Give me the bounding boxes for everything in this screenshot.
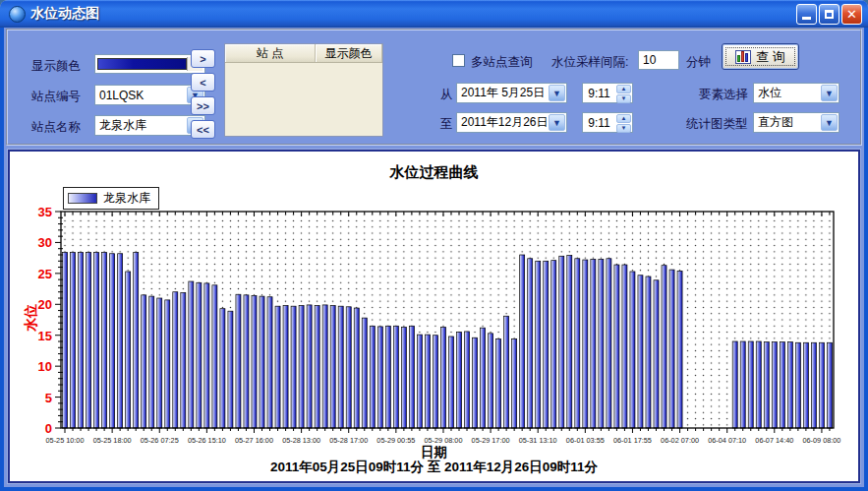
svg-text:5: 5 [45,391,52,405]
remove-all-stations-button[interactable]: << [191,120,215,139]
maximize-icon [825,10,834,19]
to-time-spinner[interactable]: 9:11 ▲▼ [582,112,633,133]
window-title: 水位动态图 [30,5,99,23]
add-all-stations-button[interactable]: >> [191,96,215,115]
from-date-picker[interactable]: 2011年 5月25日 ▼ [456,83,567,103]
element-value: 水位 [754,85,820,101]
remove-station-button[interactable]: < [191,73,215,92]
legend-swatch [68,193,97,204]
close-button[interactable]: ✕ [841,4,862,25]
svg-text:20: 20 [38,297,52,312]
title-bar: 水位动态图 ✕ [0,0,868,28]
from-time-spinner[interactable]: 9:11 ▲▼ [582,83,633,103]
minimize-button[interactable] [796,4,817,25]
svg-text:30: 30 [38,235,52,250]
sampling-interval-input[interactable] [638,50,679,70]
to-time-value: 9:11 [583,116,615,130]
chevron-down-icon[interactable]: ▼ [821,85,838,101]
focus-outline [725,47,795,66]
to-date-value: 2011年12月26日 [457,114,548,131]
chart-type-label: 统计图类型 [686,116,748,133]
chart-panel: 水位过程曲线 龙泉水库 水位 0510152025303505-25 10:00… [8,150,860,483]
list-header-color[interactable]: 显示颜色 [316,44,382,62]
chart-type-combobox[interactable]: 直方图 ▼ [753,112,839,133]
list-header-row: 站 点 显示颜色 [225,44,382,63]
minutes-label: 分钟 [686,54,711,71]
spin-up-icon[interactable]: ▲ [616,114,631,123]
close-icon: ✕ [846,7,857,22]
spin-down-icon[interactable]: ▼ [616,124,631,133]
svg-text:35: 35 [38,206,52,219]
chevron-down-icon[interactable]: ▼ [549,85,565,101]
app-globe-icon [9,6,26,23]
plot-area: 0510152025303505-25 10:0005-25 18:0005-2… [12,206,851,452]
svg-text:10: 10 [38,359,52,374]
to-label: 至 [440,116,453,133]
element-combobox[interactable]: 水位 ▼ [753,83,839,103]
waterlevel-bar-chart: 0510152025303505-25 10:0005-25 18:0005-2… [12,206,851,448]
display-color-combobox[interactable]: ▼ [94,54,205,74]
query-button[interactable]: 查 询 [722,43,799,70]
element-select-label: 要素选择 [699,87,748,103]
window-body: 显示颜色 ▼ 站点编号 01LQSK ▼ 站点名称 龙泉水库 ▼ > < >> … [0,28,868,491]
chart-title: 水位过程曲线 [10,163,858,182]
selected-color-swatch [97,58,187,70]
x-axis-range-subtitle: 2011年05月25日09时11分 至 2011年12月26日09时11分 [10,459,858,476]
station-id-combobox[interactable]: 01LQSK ▼ [94,85,205,105]
chevron-down-icon[interactable]: ▼ [821,114,838,131]
station-id-value: 01LQSK [95,89,186,102]
station-name-combobox[interactable]: 龙泉水库 ▼ [94,115,205,136]
minimize-icon [802,17,811,20]
chevron-down-icon[interactable]: ▼ [549,114,565,131]
multi-station-checkbox[interactable] [452,54,465,67]
list-header-station[interactable]: 站 点 [225,44,316,62]
multi-station-label: 多站点查询 [471,54,533,71]
svg-text:15: 15 [38,329,52,343]
add-station-button[interactable]: > [191,49,215,68]
station-name-value: 龙泉水库 [95,117,186,134]
spin-up-icon[interactable]: ▲ [616,85,631,93]
svg-text:25: 25 [38,267,52,281]
station-name-label: 站点名称 [31,119,81,136]
from-date-value: 2011年 5月25日 [457,85,548,101]
app-window: 水位动态图 ✕ 显示颜色 ▼ 站点编号 01LQSK ▼ 站点名称 龙泉水库 ▼ [0,0,868,491]
maximize-button[interactable] [819,4,839,25]
sampling-interval-label: 水位采样间隔: [551,54,628,71]
spin-down-icon[interactable]: ▼ [616,94,631,103]
station-id-label: 站点编号 [31,89,81,105]
from-time-value: 9:11 [583,87,615,100]
selected-stations-list[interactable]: 站 点 显示颜色 [224,43,383,137]
query-control-panel: 显示颜色 ▼ 站点编号 01LQSK ▼ 站点名称 龙泉水库 ▼ > < >> … [6,29,862,146]
svg-text:0: 0 [45,421,52,436]
legend-label: 龙泉水库 [103,190,150,207]
display-color-label: 显示颜色 [31,58,81,75]
chart-type-value: 直方图 [754,114,820,131]
from-label: 从 [440,87,453,103]
to-date-picker[interactable]: 2011年12月26日 ▼ [456,112,567,133]
